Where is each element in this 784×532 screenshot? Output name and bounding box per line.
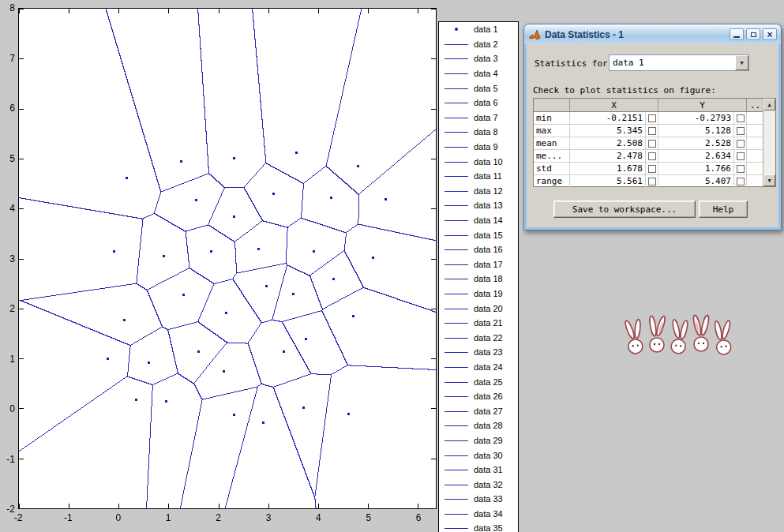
legend-line-sample <box>445 352 468 353</box>
legend-line-sample <box>445 528 468 529</box>
stat-y-value: 5.407 <box>658 175 734 187</box>
legend-entry-label: data 10 <box>474 157 503 167</box>
legend-entry: data 7 <box>439 111 518 126</box>
legend-entry: data 24 <box>439 360 518 375</box>
table-scrollbar[interactable]: ▲ ▼ <box>763 99 775 186</box>
legend-line-sample <box>445 118 468 118</box>
legend-entry-label: data 22 <box>474 333 503 343</box>
y-tick-label: 7 <box>0 53 15 64</box>
stat-x-checkbox[interactable] <box>648 178 656 185</box>
legend-entry-label: data 31 <box>474 465 503 474</box>
legend-entry: data 10 <box>439 154 518 169</box>
stat-y-checkbox[interactable] <box>737 127 745 135</box>
scroll-down-icon[interactable]: ▼ <box>763 174 775 186</box>
legend-entry-label: data 3 <box>474 54 498 63</box>
legend-entry-label: data 27 <box>474 406 503 416</box>
legend-line-sample <box>445 323 468 324</box>
stat-extra-cell <box>747 163 764 174</box>
legend-line-sample <box>445 235 468 236</box>
legend-entry: data 30 <box>439 448 518 463</box>
stat-name: me... <box>534 150 570 162</box>
legend-entry: data 23 <box>439 345 518 360</box>
legend-line-sample <box>445 249 468 250</box>
legend-line-sample <box>445 367 468 368</box>
scroll-up-icon[interactable]: ▲ <box>763 99 775 111</box>
stat-x-checkbox[interactable] <box>648 152 656 160</box>
stat-y-checkbox[interactable] <box>737 114 745 122</box>
table-header: X Y .. <box>534 99 775 112</box>
legend-line-sample <box>445 220 468 221</box>
legend-entry: data 2 <box>439 37 518 52</box>
stat-x-checkbox[interactable] <box>648 165 656 173</box>
legend-entry-label: data 19 <box>474 289 503 298</box>
save-to-workspace-button[interactable]: Save to workspace... <box>553 200 696 218</box>
minimize-button[interactable] <box>730 28 744 40</box>
chevron-down-icon[interactable]: ▼ <box>735 55 748 70</box>
legend-sample-line <box>445 187 468 195</box>
legend-sample-line <box>445 495 468 503</box>
close-button[interactable]: × <box>763 28 777 40</box>
legend-entry: data 18 <box>439 272 518 287</box>
legend-entry-label: data 1 <box>474 24 498 34</box>
voronoi-plot-canvas <box>19 9 436 508</box>
y-tick-label: -2 <box>0 504 15 515</box>
stat-name: std <box>534 163 570 174</box>
restore-button[interactable] <box>746 28 760 40</box>
matlab-icon <box>528 29 541 40</box>
legend-sample-line <box>445 348 468 356</box>
legend-sample-line <box>445 128 468 136</box>
stat-y-checkbox[interactable] <box>737 178 745 185</box>
legend-sample-line <box>445 334 468 342</box>
legend-entry-label: data 21 <box>474 318 503 328</box>
stat-y-checkbox[interactable] <box>737 140 745 148</box>
legend-entry-label: data 26 <box>474 392 503 401</box>
legend-line-sample <box>445 279 468 279</box>
stats-table-row: min-0.2151-0.2793 <box>534 112 775 125</box>
dataset-dropdown[interactable]: data 1 ▼ <box>609 54 749 71</box>
legend-line-sample <box>445 58 468 59</box>
legend-entry-label: data 28 <box>474 421 503 430</box>
help-button[interactable]: Help <box>699 200 748 218</box>
stat-y-value: -0.2793 <box>658 112 734 124</box>
legend-entry-label: data 35 <box>474 523 503 532</box>
y-tick-label: 3 <box>0 253 15 264</box>
stat-extra-cell <box>747 150 764 162</box>
legend-entry-label: data 6 <box>474 98 498 107</box>
legend-entry-label: data 7 <box>474 113 498 122</box>
stat-x-checkbox[interactable] <box>648 114 656 122</box>
legend-entry: data 11 <box>439 169 518 184</box>
minimize-icon <box>733 36 740 38</box>
legend-entry-label: data 32 <box>474 480 503 489</box>
legend-sample-marker <box>445 25 468 33</box>
stat-y-value: 1.766 <box>658 163 734 174</box>
matlab-figure-window: -2-10123456 -2-1012345678 data 1data 2da… <box>0 0 784 532</box>
y-tick-label: 2 <box>0 303 15 314</box>
header-x: X <box>570 99 658 111</box>
legend-sample-line <box>445 481 468 489</box>
legend-entry-label: data 16 <box>474 245 503 254</box>
legend-sample-line <box>445 421 468 429</box>
legend-line-sample <box>445 425 468 426</box>
dialog-titlebar[interactable]: Data Statistics - 1 × <box>524 24 781 44</box>
legend-sample-line <box>445 231 468 239</box>
legend-entry-label: data 15 <box>474 230 503 240</box>
stat-name: min <box>534 112 570 124</box>
stat-x-value: -0.2151 <box>570 112 646 124</box>
legend-sample-line <box>445 84 468 92</box>
legend-sample-line <box>445 436 468 444</box>
stat-x-value: 5.561 <box>570 175 646 187</box>
data-statistics-dialog: Data Statistics - 1 × Statistics for dat… <box>523 24 782 230</box>
legend-entry: data 5 <box>439 81 518 96</box>
stat-x-checkbox[interactable] <box>648 140 656 148</box>
stat-y-checkbox[interactable] <box>737 165 745 173</box>
stat-y-checkbox[interactable] <box>737 152 745 160</box>
x-tick-label: 6 <box>407 512 430 523</box>
stat-x-checkbox[interactable] <box>648 127 656 135</box>
legend-entry: data 34 <box>439 507 518 522</box>
legend-entry: data 20 <box>439 301 518 316</box>
legend-line-sample <box>445 294 468 294</box>
stat-extra-cell <box>747 112 764 124</box>
legend-entry-label: data 25 <box>474 377 503 387</box>
legend-entry: data 35 <box>439 521 518 532</box>
legend[interactable]: data 1data 2data 3data 4data 5data 6data… <box>438 21 519 532</box>
